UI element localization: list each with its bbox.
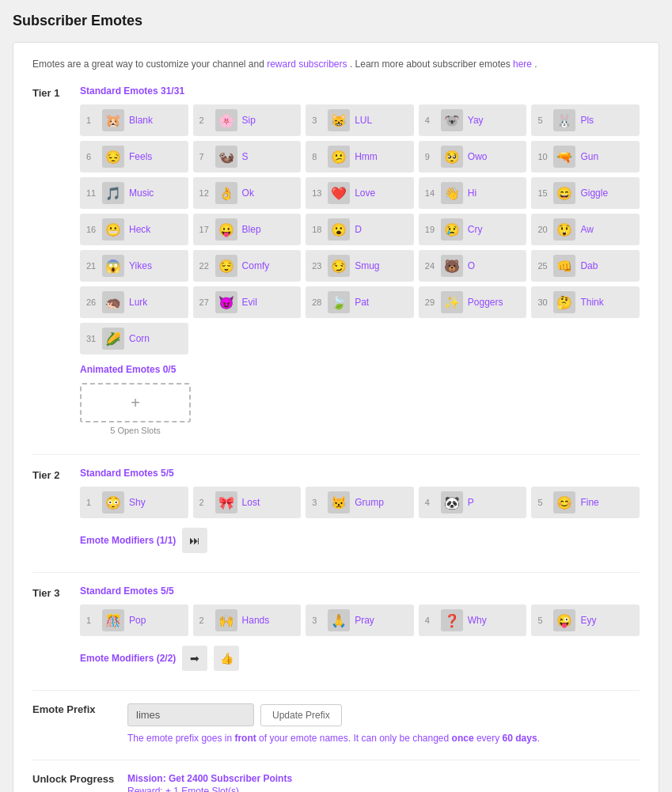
emote-icon: [328, 218, 350, 241]
emote-card-24[interactable]: 24O: [419, 250, 527, 282]
emote-number: 30: [537, 297, 549, 307]
emote-icon: [102, 182, 124, 204]
tier3-emotes-grid: 1Pop2Hands3Pray4Why5Eyy: [80, 604, 640, 636]
tier2-emotes-grid: 1Shy2Lost3Grump4P5Fine: [80, 487, 640, 518]
emote-card-15[interactable]: 15Giggle: [531, 177, 640, 209]
emote-icon: [102, 328, 124, 350]
emote-card-31[interactable]: 31Corn: [80, 323, 188, 354]
emote-card-2[interactable]: 2Hands: [193, 604, 302, 636]
emote-card-27[interactable]: 27Evil: [193, 286, 302, 318]
emote-number: 23: [312, 261, 323, 271]
emote-card-2[interactable]: 2Sip: [193, 104, 302, 136]
emote-name: LUL: [355, 115, 372, 126]
emote-number: 26: [86, 297, 97, 307]
emote-card-13[interactable]: 13Love: [306, 177, 414, 209]
emote-card-22[interactable]: 22Comfy: [193, 250, 302, 282]
emote-name: Hands: [242, 615, 270, 626]
emote-number: 4: [425, 116, 436, 125]
emote-name: Yay: [468, 115, 484, 126]
emote-number: 21: [86, 261, 97, 271]
emote-card-26[interactable]: 26Lurk: [80, 286, 188, 318]
emote-icon: [553, 182, 575, 204]
divider-1: [32, 454, 640, 455]
emote-prefix-label: Emote Prefix: [32, 703, 127, 715]
emote-icon: [441, 491, 463, 513]
tier2-label: Tier 2: [32, 468, 80, 553]
emote-icon: [215, 109, 237, 131]
emote-card-3[interactable]: 3LUL: [306, 104, 414, 136]
emote-name: Pray: [355, 615, 374, 626]
emote-icon: [553, 491, 575, 513]
emote-card-28[interactable]: 28Pat: [306, 286, 414, 318]
emote-icon: [441, 609, 463, 631]
emote-card-12[interactable]: 12Ok: [193, 177, 302, 209]
divider-3: [32, 690, 640, 691]
emote-card-7[interactable]: 7S: [193, 141, 302, 172]
emote-number: 8: [312, 152, 323, 161]
add-animated-slot-button[interactable]: +: [80, 383, 191, 423]
emote-number: 7: [199, 152, 211, 161]
emote-icon: [441, 218, 463, 241]
emote-card-21[interactable]: 21Yikes: [80, 250, 188, 282]
emote-number: 1: [86, 616, 97, 625]
tier2-modifier-icon[interactable]: ⏭: [182, 528, 207, 553]
emote-card-11[interactable]: 11Music: [80, 177, 188, 209]
prefix-input[interactable]: [127, 703, 254, 726]
tier2-standard-title: Standard Emotes 5/5: [80, 468, 640, 479]
emote-card-6[interactable]: 6Feels: [80, 141, 188, 172]
emote-icon: [102, 255, 124, 277]
emote-number: 25: [537, 261, 549, 271]
emote-card-5[interactable]: 5Eyy: [531, 604, 640, 636]
reward-subscribers-link[interactable]: reward subscribers: [267, 59, 347, 70]
info-bar: Emotes are a great way to customize your…: [32, 59, 640, 70]
tier1-animated-title: Animated Emotes 0/5: [80, 364, 640, 375]
emote-icon: [215, 491, 237, 513]
emote-card-10[interactable]: 10Gun: [531, 141, 640, 172]
tier3-modifier-icon-1[interactable]: ➡: [182, 646, 207, 671]
unlock-section: Unlock Progress Mission: Get 2400 Subscr…: [32, 773, 640, 792]
emote-card-5[interactable]: 5Pls: [531, 104, 640, 136]
emote-number: 2: [199, 616, 211, 625]
emote-card-25[interactable]: 25Dab: [531, 250, 640, 282]
emote-card-4[interactable]: 4P: [419, 487, 527, 518]
prefix-note: The emote prefix goes in front of your e…: [127, 733, 640, 744]
emote-icon: [328, 255, 350, 277]
emote-icon: [441, 109, 463, 131]
emote-card-19[interactable]: 19Cry: [419, 214, 527, 245]
emote-card-3[interactable]: 3Grump: [306, 487, 414, 518]
emote-card-9[interactable]: 9Owo: [419, 141, 527, 172]
tier3-modifier-icon-2[interactable]: 👍: [214, 646, 239, 671]
emote-icon: [441, 255, 463, 277]
emote-number: 3: [312, 616, 323, 625]
emote-number: 4: [425, 498, 436, 507]
update-prefix-button[interactable]: Update Prefix: [260, 704, 342, 726]
emote-name: Shy: [129, 497, 146, 508]
emote-card-1[interactable]: 1Pop: [80, 604, 188, 636]
emote-card-3[interactable]: 3Pray: [306, 604, 414, 636]
emote-number: 18: [312, 225, 323, 234]
emote-name: Owo: [468, 151, 488, 162]
emote-icon: [553, 609, 575, 631]
emote-card-2[interactable]: 2Lost: [193, 487, 302, 518]
emote-number: 17: [199, 225, 211, 234]
emote-number: 1: [86, 498, 97, 507]
emote-name: P: [468, 497, 474, 508]
learn-more-link[interactable]: here: [513, 59, 532, 70]
emote-card-29[interactable]: 29Poggers: [419, 286, 527, 318]
emote-icon: [102, 609, 124, 631]
emote-card-17[interactable]: 17Blep: [193, 214, 302, 245]
emote-card-20[interactable]: 20Aw: [531, 214, 640, 245]
emote-card-14[interactable]: 14Hi: [419, 177, 527, 209]
emote-card-1[interactable]: 1Shy: [80, 487, 188, 518]
emote-card-4[interactable]: 4Why: [419, 604, 527, 636]
emote-card-1[interactable]: 1Blank: [80, 104, 188, 136]
emote-card-30[interactable]: 30Think: [531, 286, 640, 318]
emote-card-23[interactable]: 23Smug: [306, 250, 414, 282]
unlock-content: Mission: Get 2400 Subscriber Points Rewa…: [127, 773, 640, 792]
emote-card-8[interactable]: 8Hmm: [306, 141, 414, 172]
emote-card-4[interactable]: 4Yay: [419, 104, 527, 136]
emote-number: 29: [425, 297, 436, 307]
emote-card-16[interactable]: 16Heck: [80, 214, 188, 245]
emote-card-5[interactable]: 5Fine: [531, 487, 640, 518]
emote-card-18[interactable]: 18D: [306, 214, 414, 245]
